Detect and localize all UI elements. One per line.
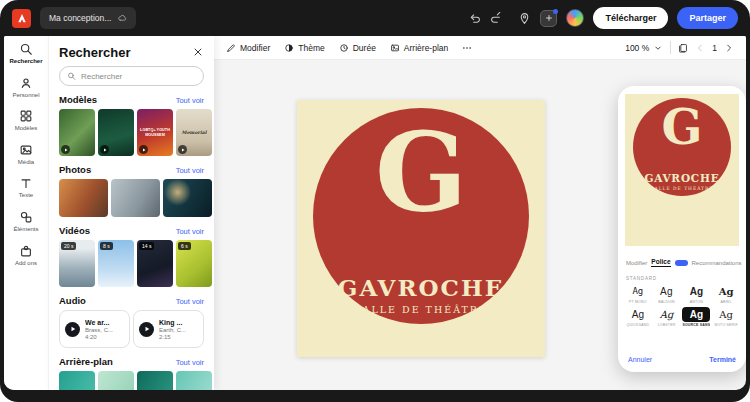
see-all-templates-link[interactable]: Tout voir: [176, 96, 204, 105]
font-tile[interactable]: Ag ABRIL: [713, 284, 739, 304]
video-thumbnail[interactable]: 8 s: [98, 240, 134, 287]
audio-play-button[interactable]: [65, 322, 80, 337]
topbar: Ma conception... Télécharger Partager: [0, 0, 750, 36]
chevron-down-icon: [653, 43, 663, 53]
close-panel-button[interactable]: [192, 46, 204, 58]
rail-label: Personnel: [12, 92, 39, 99]
see-all-audio-link[interactable]: Tout voir: [176, 297, 204, 306]
brand-title-text[interactable]: GAVROCHE: [313, 274, 529, 301]
see-all-photos-link[interactable]: Tout voir: [176, 166, 204, 175]
template-thumbnail[interactable]: [98, 109, 134, 156]
rail-item-personal[interactable]: Personnel: [4, 70, 48, 104]
search-panel: Rechercher Modèles Tout voir: [48, 36, 214, 390]
font-tile[interactable]: Ag LOBSTER: [654, 307, 680, 327]
pages-button[interactable]: [678, 43, 688, 53]
font-panel-tabs: Modifier Police Recommandations: [626, 258, 742, 267]
font-sample: Ag: [654, 284, 680, 299]
audio-card[interactable]: King ... Earth, C... 2:15: [133, 310, 204, 348]
search-input[interactable]: [81, 72, 196, 81]
modify-button[interactable]: Modifier: [226, 43, 270, 53]
background-button[interactable]: Arrière-plan: [390, 43, 448, 53]
template-thumbnail[interactable]: LGBTQ+ YOUTH MOUSSEM: [137, 109, 173, 156]
tab-modify[interactable]: Modifier: [626, 260, 647, 266]
font-tile[interactable]: Ag PT MONO: [625, 284, 651, 304]
section-title-audio: Audio: [59, 295, 86, 306]
rail-label: Média: [18, 159, 34, 166]
duration-button[interactable]: Durée: [339, 43, 376, 53]
font-sample: Ag: [682, 283, 710, 299]
theme-button[interactable]: Thème: [284, 43, 324, 53]
font-tile[interactable]: Ag NOTO SERIF: [713, 307, 739, 327]
video-row: 20 s 8 s 14 s 6 s: [59, 240, 204, 287]
video-thumbnail[interactable]: 14 s: [137, 240, 173, 287]
see-all-background-link[interactable]: Tout voir: [176, 358, 204, 367]
audio-play-button[interactable]: [139, 322, 154, 337]
photo-thumbnail[interactable]: [59, 179, 108, 217]
media-image-icon: [19, 143, 33, 157]
zoom-control[interactable]: 100 %: [625, 43, 663, 53]
logo-circle-shape: G GAVROCHE SALLE DE THÉÂTRE: [633, 98, 731, 196]
audio-row: We ar... Brass, C... 4:20 King ... Earth…: [59, 310, 204, 348]
search-box: [59, 66, 204, 86]
font-name: ANTON: [682, 300, 710, 304]
font-tile-selected[interactable]: Ag SOURCE SANS: [682, 307, 710, 327]
see-all-videos-link[interactable]: Tout voir: [176, 227, 204, 236]
previous-page-button[interactable]: [695, 43, 705, 53]
undo-button[interactable]: [468, 12, 481, 25]
background-thumbnail[interactable]: [59, 371, 95, 390]
background-thumbnail[interactable]: [176, 371, 212, 390]
logo-circle-shape[interactable]: G GAVROCHE SALLE DE THÉÂTRE: [313, 108, 529, 324]
cancel-button[interactable]: Annuler: [628, 356, 652, 363]
document-title-pill[interactable]: Ma conception...: [40, 7, 136, 29]
mobile-preview-card: G GAVROCHE SALLE DE THÉÂTRE Modifier Pol…: [618, 86, 746, 372]
artboard[interactable]: G GAVROCHE SALLE DE THÉÂTRE: [297, 100, 545, 357]
add-collaborator-button[interactable]: [540, 10, 557, 27]
background-label: Arrière-plan: [404, 43, 448, 53]
duration-label: Durée: [353, 43, 376, 53]
audio-card[interactable]: We ar... Brass, C... 4:20: [59, 310, 130, 348]
font-name: LOBSTER: [654, 323, 680, 327]
done-button[interactable]: Terminé: [709, 356, 736, 363]
rail-item-text[interactable]: Texte: [4, 170, 48, 204]
play-icon: [70, 326, 76, 332]
rail-item-templates[interactable]: Modèles: [4, 103, 48, 137]
rail-item-addons[interactable]: Add ons: [4, 238, 48, 272]
tab-font[interactable]: Police: [651, 258, 670, 267]
brand-subtitle-text[interactable]: SALLE DE THÉÂTRE: [313, 304, 529, 315]
font-tile[interactable]: Ag QUICKSAND: [625, 307, 651, 327]
font-tile[interactable]: Ag BALDUIN: [654, 284, 680, 304]
app-window: Ma conception... Télécharger Partager: [0, 0, 750, 402]
photo-thumbnail[interactable]: [111, 179, 160, 217]
share-button[interactable]: Partager: [677, 7, 738, 29]
theme-label: Thème: [298, 43, 324, 53]
rail-item-search[interactable]: Rechercher: [4, 36, 48, 70]
rail-item-media[interactable]: Média: [4, 137, 48, 171]
font-sample: Ag: [682, 307, 710, 322]
background-thumbnail[interactable]: [98, 371, 134, 390]
more-options-button[interactable]: [462, 43, 472, 53]
video-thumbnail[interactable]: 20 s: [59, 240, 95, 287]
font-tile[interactable]: Ag ANTON: [682, 284, 710, 304]
next-page-button[interactable]: [724, 43, 734, 53]
comment-pin-button[interactable]: [518, 12, 531, 25]
download-button[interactable]: Télécharger: [593, 7, 668, 29]
rail-item-elements[interactable]: Éléments: [4, 204, 48, 238]
redo-button[interactable]: [490, 12, 503, 25]
workspace: Rechercher Personnel Modèles Média Texte…: [4, 36, 746, 390]
new-badge: [675, 260, 688, 266]
video-thumbnail[interactable]: 6 s: [176, 240, 212, 287]
monogram-text[interactable]: G: [313, 118, 529, 226]
chevron-left-icon: [695, 43, 705, 53]
user-avatar[interactable]: [566, 9, 584, 27]
tab-recommendations[interactable]: Recommandations: [692, 260, 742, 266]
rail-label: Modèles: [15, 125, 38, 132]
chevron-right-icon: [724, 43, 734, 53]
template-thumbnail[interactable]: [59, 109, 95, 156]
pages-icon: [678, 43, 688, 53]
background-thumbnail[interactable]: [137, 371, 173, 390]
close-icon: [192, 46, 204, 58]
plus-icon: [544, 13, 554, 23]
photo-thumbnail[interactable]: [163, 179, 212, 217]
template-thumbnail[interactable]: Memorial: [176, 109, 212, 156]
adobe-express-logo[interactable]: [12, 9, 31, 28]
